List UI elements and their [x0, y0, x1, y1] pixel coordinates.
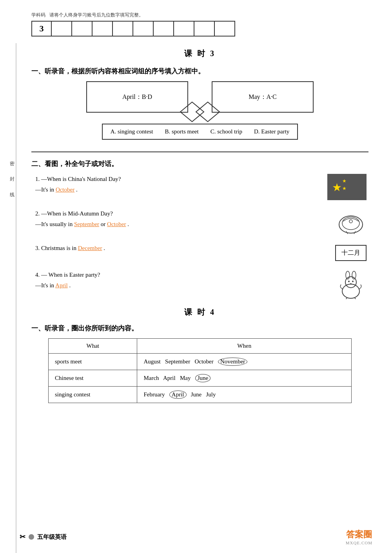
id-cell-8[interactable]: [194, 21, 215, 37]
qa-text-2: 2. —When is Mid-Autumn Day? —It's usuall…: [35, 208, 325, 230]
option-b: B. sports meet: [165, 128, 198, 135]
svg-marker-1: [196, 102, 220, 122]
q4-image: [333, 270, 368, 299]
id-cell-2[interactable]: [72, 21, 93, 37]
option-d: D. Easter party: [254, 128, 289, 135]
id-number: 3: [31, 21, 52, 37]
easter-svg: [335, 270, 367, 299]
circled-april: April: [169, 391, 187, 399]
footer: ✂ 五年级英语 答案圈 MXQE.COM: [20, 529, 372, 545]
qa-text-4: 4. — When is Easter party? —It's in Apri…: [35, 270, 325, 291]
when-sports-meet: August September October November: [137, 354, 352, 370]
qa-block: 1. —When is China's National Day? —It's …: [35, 174, 368, 299]
q4-answer: April: [55, 282, 68, 288]
what-singing-contest: singing contest: [49, 387, 137, 403]
qa-item-4: 4. — When is Easter party? —It's in Apri…: [35, 270, 368, 299]
col1-header: What: [49, 339, 137, 354]
q1-line1: 1. —When is China's National Day?: [35, 174, 319, 184]
id-cell-7[interactable]: [174, 21, 194, 37]
qa-item-1: 1. —When is China's National Day? —It's …: [35, 174, 368, 201]
id-cell-3[interactable]: [93, 21, 113, 37]
options-row: A. singing contest B. sports meet C. sch…: [31, 124, 368, 140]
header-instruction: 请将个人终身学习账号后九位数字填写完整。: [49, 12, 143, 18]
svg-marker-0: [180, 102, 204, 122]
section1-header: 一、听录音，根据所听内容将相应词组的序号填入方框中。: [31, 67, 368, 76]
lesson4-title: 课 时 4: [31, 307, 368, 318]
q2-image: [333, 208, 368, 236]
lesson4-section1-header: 一、听录音，圈出你所听到的内容。: [31, 324, 368, 333]
q2-line1: 2. —When is Mid-Autumn Day?: [35, 208, 325, 219]
q3-line1: 3. Christmas is in December .: [35, 243, 325, 254]
watermark-box: 答案圈 MXQE.COM: [346, 529, 372, 545]
svg-point-7: [342, 284, 359, 298]
id-cell-1[interactable]: [52, 21, 72, 37]
left-border: [16, 43, 16, 553]
q2-answer2: October: [107, 221, 126, 227]
q1-answer: October: [56, 186, 74, 193]
svg-point-4: [349, 220, 352, 223]
q2-line2: —It's usually in September or October .: [35, 219, 325, 230]
grade-label: 五年级英语: [37, 533, 67, 541]
side-marks: 密 封 线: [9, 157, 15, 188]
q4-line2: —It's in April .: [35, 280, 325, 291]
table-row-2: Chinese test March April May June: [49, 370, 352, 387]
flag-stars-small: ★ ★: [342, 178, 347, 192]
q1-image: ★ ★ ★: [327, 174, 368, 201]
circled-june: June: [195, 374, 211, 382]
table-row-3: singing contest February April June July: [49, 387, 352, 403]
china-flag: ★ ★ ★: [327, 174, 367, 200]
qa-text-3: 3. Christmas is in December .: [35, 243, 325, 254]
q2-answer1: September: [74, 221, 99, 227]
q4-line1: 4. — When is Easter party?: [35, 270, 325, 280]
flag-star-main: ★: [332, 181, 342, 194]
chinese-month-box: 十二月: [335, 245, 367, 261]
svg-point-11: [348, 281, 350, 282]
lesson3-title: 课 时 3: [31, 48, 368, 59]
when-singing-contest: February April June July: [137, 387, 352, 403]
page: 学科码 请将个人终身学习账号后九位数字填写完整。 3 密 封 线 课 时 3 一…: [0, 0, 392, 553]
option-c: C. school trip: [211, 128, 242, 135]
watermark-logo: 答案圈: [346, 529, 372, 540]
table-row-1: sports meet August September October Nov…: [49, 354, 352, 370]
svg-point-13: [350, 283, 352, 285]
qa-item-2: 2. —When is Mid-Autumn Day? —It's usuall…: [35, 208, 368, 236]
dot-circle: [29, 534, 34, 540]
section2-header: 二、看图，补全句子或对话。: [31, 159, 368, 168]
header-row: 学科码 请将个人终身学习账号后九位数字填写完整。: [31, 12, 368, 18]
what-sports-meet: sports meet: [49, 354, 137, 370]
svg-point-12: [352, 281, 354, 282]
options-box: A. singing contest B. sports meet C. sch…: [102, 124, 298, 140]
when-table: What When sports meet August September O…: [48, 338, 352, 403]
option-a: A. singing contest: [111, 128, 153, 135]
id-cell-5[interactable]: [133, 21, 154, 37]
id-cell-9[interactable]: [215, 21, 235, 37]
q3-image: 十二月: [333, 243, 368, 263]
qa-text-1: 1. —When is China's National Day? —It's …: [35, 174, 319, 195]
circled-november: November: [218, 358, 247, 366]
q1-line2: —It's in October .: [35, 184, 319, 195]
when-chinese-test: March April May June: [137, 370, 352, 387]
svg-point-3: [342, 217, 359, 230]
id-box-row: 3: [31, 21, 368, 37]
qa-item-3: 3. Christmas is in December . 十二月: [35, 243, 368, 263]
q3-answer: December: [78, 245, 102, 251]
what-chinese-test: Chinese test: [49, 370, 137, 387]
watermark-url: MXQE.COM: [346, 540, 372, 545]
footer-left: ✂ 五年级英语: [20, 533, 67, 541]
id-cell-4[interactable]: [113, 21, 133, 37]
svg-point-8: [345, 277, 356, 288]
id-cell-6[interactable]: [154, 21, 174, 37]
xueke-label: 学科码: [31, 12, 45, 18]
col2-header: When: [137, 339, 352, 354]
mooncake-svg: [335, 210, 367, 235]
scissors-icon: ✂: [20, 533, 25, 541]
section-divider-1: [31, 151, 368, 152]
